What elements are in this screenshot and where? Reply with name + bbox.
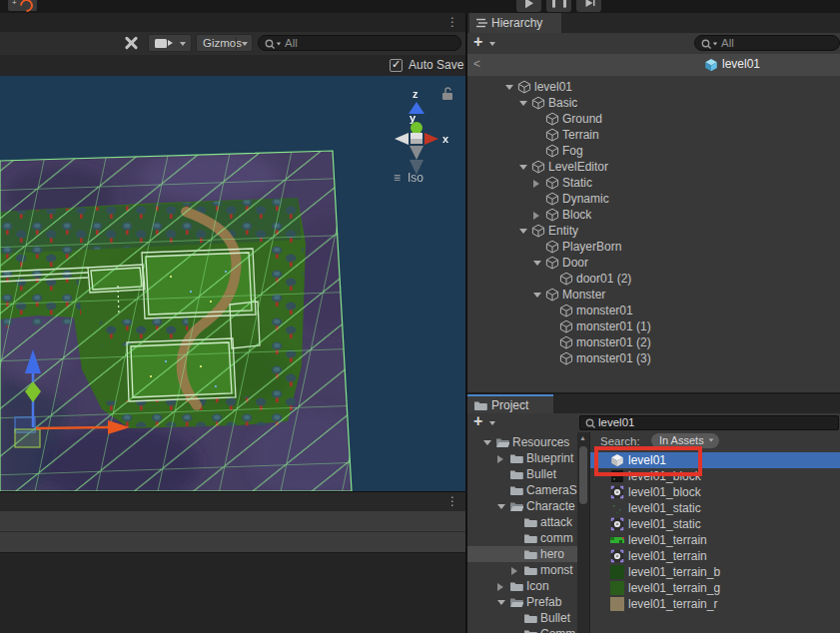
scene-tab-bar: ⋮	[0, 13, 465, 33]
orange-tool-button[interactable]: +	[8, 0, 37, 11]
hierarchy-item[interactable]: monster01	[467, 303, 840, 318]
axis-y-sphere[interactable]	[411, 122, 422, 134]
hierarchy-item[interactable]: Dynamic	[467, 191, 840, 207]
project-folder[interactable]: Comm	[467, 626, 577, 633]
project-folder[interactable]: Prefab	[467, 594, 577, 610]
pause-icon	[552, 0, 566, 8]
hierarchy-icon	[475, 17, 488, 29]
auto-save-checkbox[interactable]: ✓	[390, 59, 403, 72]
auto-save-label: Auto Save	[409, 58, 463, 72]
unity-editor-window: + ⋮ Gizmos All	[0, 0, 840, 633]
result-row[interactable]: level01_terrain_g	[590, 580, 840, 596]
project-folder[interactable]: monst	[467, 562, 577, 578]
iso-grip-icon: ≡	[394, 171, 401, 185]
camera-icon	[155, 39, 167, 48]
hierarchy-item[interactable]: PlayerBorn	[467, 239, 840, 255]
scene-canvas: z y x ≡ Iso	[0, 76, 465, 491]
hierarchy-item[interactable]: monster01 (1)	[467, 318, 840, 334]
hierarchy-item[interactable]: Terrain	[467, 127, 840, 143]
chevron-down-icon	[713, 43, 717, 46]
add-icon[interactable]: +	[473, 33, 482, 51]
iso-projection-label[interactable]: ≡ Iso	[394, 171, 423, 185]
chevron-down-icon[interactable]	[489, 42, 495, 46]
folder-icon	[473, 398, 487, 412]
search-icon	[264, 38, 276, 50]
project-folder[interactable]: comm	[467, 530, 577, 546]
search-icon	[584, 417, 596, 429]
hierarchy-item[interactable]: Static	[467, 175, 840, 191]
project-folder[interactable]: Bullet	[467, 610, 577, 626]
project-folder[interactable]: Blueprint	[467, 450, 577, 466]
annotation-highlight-box	[594, 446, 702, 476]
project-tab-bar: Project	[467, 394, 840, 413]
pause-button[interactable]	[546, 0, 571, 12]
hierarchy-item[interactable]: Basic	[467, 95, 840, 111]
breadcrumb-item[interactable]: level01	[722, 57, 760, 71]
hierarchy-item[interactable]: monster01 (2)	[467, 334, 840, 350]
folder-tree-scrollbar[interactable]: ▲	[577, 432, 589, 633]
hierarchy-toolbar: + All	[467, 33, 840, 55]
result-row[interactable]: level01_terrain	[590, 548, 840, 564]
vertical-splitter[interactable]	[465, 13, 467, 633]
hierarchy-item[interactable]: Door	[467, 255, 840, 271]
scene-menu-kebab-icon[interactable]: ⋮	[446, 16, 458, 28]
plus-icon: +	[12, 0, 17, 7]
list-row[interactable]	[0, 511, 465, 532]
hierarchy-search-input[interactable]: All	[694, 35, 840, 51]
add-icon[interactable]: +	[473, 412, 482, 430]
scene-toolbar: Gizmos All	[0, 32, 465, 55]
hierarchy-item[interactable]: Fog	[467, 143, 840, 159]
project-folder[interactable]: Bullet	[467, 466, 577, 482]
project-folder[interactable]: Resources	[467, 434, 577, 450]
hierarchy-item[interactable]: LevelEditor	[467, 159, 840, 175]
project-search-input[interactable]: level01	[579, 415, 839, 430]
hierarchy-item[interactable]: Monster	[467, 287, 840, 303]
scroll-up-icon[interactable]: ▲	[579, 434, 586, 441]
tab-hierarchy[interactable]: Hierarchy	[469, 13, 561, 33]
chevron-down-icon	[277, 43, 281, 46]
project-folder[interactable]: attack	[467, 514, 577, 530]
hierarchy-item[interactable]: Block	[467, 207, 840, 223]
chevron-down-icon[interactable]	[489, 421, 495, 425]
list-row[interactable]	[0, 532, 465, 553]
project-folder-tree: Resources Blueprint Bullet CameraS Chara…	[467, 432, 577, 633]
back-icon[interactable]: <	[473, 57, 480, 71]
project-folder[interactable]: Icon	[467, 578, 577, 594]
project-folder[interactable]: Characte	[467, 498, 577, 514]
kebab-icon[interactable]: ⋮	[446, 495, 458, 507]
camera-lens-icon	[168, 40, 173, 46]
hierarchy-item[interactable]: monster01 (3)	[467, 350, 840, 366]
hierarchy-item[interactable]: level01	[467, 79, 840, 95]
hierarchy-item[interactable]: Entity	[467, 223, 840, 239]
scrollbar-thumb[interactable]	[579, 446, 587, 504]
hierarchy-tree: level01 Basic Ground Terrain Fog LevelEd…	[467, 76, 840, 392]
play-button[interactable]	[516, 0, 541, 12]
chevron-down-icon	[709, 438, 714, 441]
texture-swatch	[610, 581, 624, 595]
project-search-value: level01	[598, 416, 634, 428]
bottom-panel-header: ⋮	[0, 491, 465, 512]
gizmos-button[interactable]: Gizmos	[196, 34, 253, 52]
hierarchy-item[interactable]: Ground	[467, 111, 840, 127]
scene-search-input[interactable]: All	[258, 35, 461, 51]
result-row[interactable]: level01_static	[590, 516, 840, 532]
hierarchy-tab-bar: Hierarchy	[467, 13, 840, 33]
result-row[interactable]: level01_terrain	[590, 532, 840, 548]
step-button[interactable]	[576, 0, 601, 12]
project-folder[interactable]: CameraS	[467, 482, 577, 498]
scene-viewport[interactable]: z y x ≡ Iso	[0, 76, 465, 491]
iso-label: Iso	[408, 171, 423, 185]
project-folder-selected[interactable]: hero	[467, 546, 577, 562]
result-row[interactable]: level01_terrain_b	[590, 564, 840, 580]
result-row[interactable]: level01_terrain_r	[590, 596, 840, 612]
divider	[236, 37, 237, 50]
axis-x-label: x	[442, 133, 449, 145]
result-row[interactable]: level01_static	[590, 500, 840, 516]
result-row[interactable]: level01_block	[590, 484, 840, 500]
project-content: Resources Blueprint Bullet CameraS Chara…	[467, 432, 840, 633]
scene-search-value: All	[285, 37, 298, 49]
hierarchy-item[interactable]: door01 (2)	[467, 271, 840, 287]
camera-view-button[interactable]	[148, 34, 192, 52]
play-icon	[525, 0, 533, 8]
tab-project[interactable]: Project	[467, 394, 553, 413]
